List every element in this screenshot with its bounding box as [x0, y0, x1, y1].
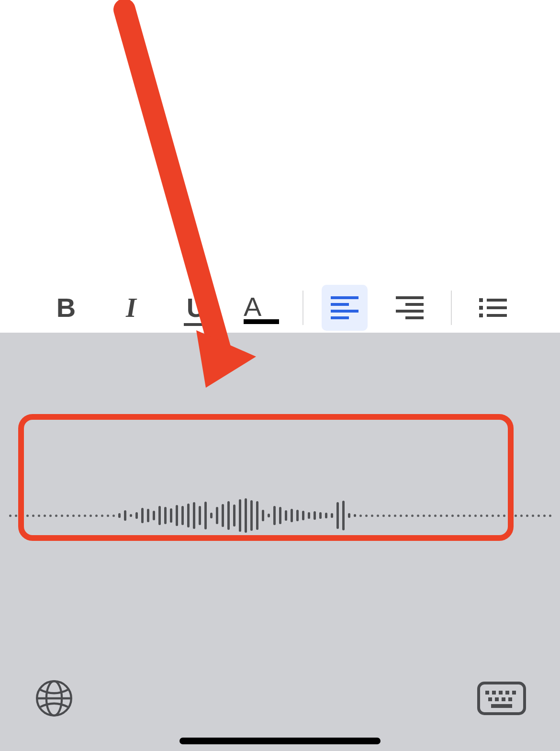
bold-button[interactable]: B — [43, 285, 89, 331]
toolbar-separator — [451, 291, 452, 325]
svg-rect-25 — [502, 697, 505, 701]
keyboard-icon — [477, 681, 526, 716]
svg-rect-27 — [491, 704, 512, 708]
svg-rect-19 — [492, 691, 496, 695]
svg-rect-21 — [505, 691, 509, 695]
align-left-button[interactable] — [322, 285, 368, 331]
editor-area[interactable] — [0, 0, 560, 282]
svg-rect-23 — [488, 697, 492, 701]
text-color-icon: A — [244, 291, 279, 324]
svg-rect-10 — [479, 306, 483, 310]
svg-rect-8 — [479, 298, 483, 302]
globe-icon — [34, 678, 75, 719]
svg-rect-22 — [512, 691, 516, 695]
keyboard-bottom-row — [0, 670, 560, 727]
svg-rect-24 — [495, 697, 499, 701]
svg-rect-26 — [508, 697, 512, 701]
bullet-list-button[interactable] — [470, 285, 516, 331]
align-left-icon — [331, 296, 358, 320]
show-keyboard-button[interactable] — [477, 681, 526, 716]
align-right-button[interactable] — [387, 285, 433, 331]
italic-icon: I — [126, 292, 136, 323]
svg-rect-12 — [479, 314, 483, 317]
underline-icon: U — [187, 292, 206, 323]
bullet-list-icon — [479, 296, 507, 319]
dictation-panel — [0, 333, 560, 751]
text-color-button[interactable]: A — [238, 285, 284, 331]
underline-button[interactable]: U — [173, 285, 219, 331]
svg-rect-18 — [485, 691, 489, 695]
dictation-waveform — [0, 482, 560, 549]
italic-button[interactable]: I — [108, 285, 154, 331]
bold-icon: B — [56, 292, 76, 323]
home-indicator[interactable] — [179, 738, 381, 744]
formatting-toolbar: B I U A — [0, 282, 560, 333]
align-right-icon — [396, 296, 424, 320]
svg-rect-20 — [499, 691, 503, 695]
toolbar-separator — [302, 291, 303, 325]
language-globe-button[interactable] — [34, 678, 75, 719]
